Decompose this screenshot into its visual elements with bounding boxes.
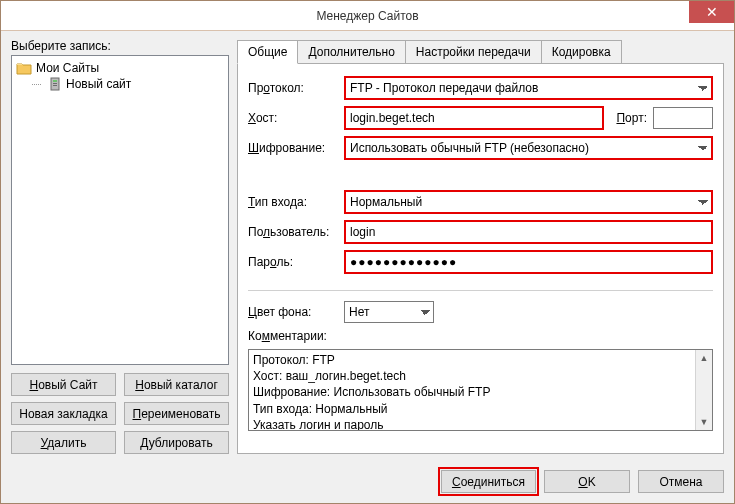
user-label: Пользователь:: [248, 225, 338, 239]
row-logon: Тип входа: Нормальный: [248, 190, 713, 214]
footer: Соединиться OK Отмена: [1, 460, 734, 503]
comments-textarea[interactable]: Протокол: FTP Хост: ваш_логин.beget.tech…: [248, 349, 713, 431]
encryption-highlight: Использовать обычный FTP (небезопасно): [344, 136, 713, 160]
tab-general[interactable]: Общие: [237, 40, 298, 64]
cancel-button[interactable]: Отмена: [638, 470, 724, 493]
logon-select[interactable]: Нормальный: [346, 192, 711, 212]
connect-button[interactable]: Соединиться: [441, 470, 536, 493]
protocol-select[interactable]: FTP - Протокол передачи файлов: [346, 78, 711, 98]
window-title: Менеджер Сайтов: [316, 9, 418, 23]
tab-panel-general: Протокол: FTP - Протокол передачи файлов…: [237, 63, 724, 454]
comments-line: Шифрование: Использовать обычный FTP: [253, 384, 708, 400]
row-host: Хост: Порт:: [248, 106, 713, 130]
close-button[interactable]: ✕: [689, 1, 734, 23]
new-folder-button[interactable]: Новый каталог: [124, 373, 229, 396]
pass-label: Пароль:: [248, 255, 338, 269]
right-pane: Общие Дополнительно Настройки передачи К…: [237, 39, 724, 454]
pass-input[interactable]: [346, 252, 711, 272]
bgcolor-select[interactable]: Нет: [344, 301, 434, 323]
tree-child[interactable]: Новый сайт: [14, 76, 226, 92]
encryption-select[interactable]: Использовать обычный FTP (небезопасно): [346, 138, 711, 158]
rename-button[interactable]: Переименовать: [124, 402, 229, 425]
new-bookmark-button[interactable]: Новая закладка: [11, 402, 116, 425]
protocol-label: Протокол:: [248, 81, 338, 95]
host-input[interactable]: [346, 108, 602, 128]
row-bgcolor: Цвет фона: Нет: [248, 301, 713, 323]
comments-line: Тип входа: Нормальный: [253, 401, 708, 417]
row-pass: Пароль:: [248, 250, 713, 274]
row-user: Пользователь:: [248, 220, 713, 244]
site-manager-window: Менеджер Сайтов ✕ Выберите запись: Мои С…: [0, 0, 735, 504]
svg-rect-1: [53, 80, 57, 82]
row-encryption: Шифрование: Использовать обычный FTP (не…: [248, 136, 713, 160]
window-body: Выберите запись: Мои Сайты Новый сайт Но…: [1, 31, 734, 460]
logon-highlight: Нормальный: [344, 190, 713, 214]
comments-line: Хост: ваш_логин.beget.tech: [253, 368, 708, 384]
encryption-label: Шифрование:: [248, 141, 338, 155]
tabs: Общие Дополнительно Настройки передачи К…: [237, 40, 724, 64]
tab-transfer[interactable]: Настройки передачи: [405, 40, 542, 63]
new-site-button[interactable]: Новый Сайт: [11, 373, 116, 396]
host-label: Хост:: [248, 111, 338, 125]
svg-rect-2: [53, 83, 57, 84]
server-icon: [48, 77, 62, 91]
user-highlight: [344, 220, 713, 244]
select-entry-label: Выберите запись:: [11, 39, 229, 53]
delete-button[interactable]: Удалить: [11, 431, 116, 454]
port-label: Порт:: [616, 111, 647, 125]
tree-root-label: Мои Сайты: [36, 61, 99, 75]
svg-rect-3: [53, 85, 57, 86]
left-buttons: Новый Сайт Новый каталог Новая закладка …: [11, 373, 229, 454]
site-tree[interactable]: Мои Сайты Новый сайт: [11, 55, 229, 365]
row-protocol: Протокол: FTP - Протокол передачи файлов: [248, 76, 713, 100]
separator: [248, 290, 713, 291]
scrollbar[interactable]: ▲ ▼: [695, 350, 712, 430]
bgcolor-label: Цвет фона:: [248, 305, 338, 319]
comments-label: Комментарии:: [248, 329, 713, 343]
tab-advanced[interactable]: Дополнительно: [297, 40, 405, 63]
titlebar: Менеджер Сайтов ✕: [1, 1, 734, 31]
comments-line: Протокол: FTP: [253, 352, 708, 368]
duplicate-button[interactable]: Дублировать: [124, 431, 229, 454]
pass-highlight: [344, 250, 713, 274]
comments-line: Указать логин и пароль: [253, 417, 708, 431]
spacer: [248, 166, 713, 184]
port-input[interactable]: [653, 107, 713, 129]
ok-button[interactable]: OK: [544, 470, 630, 493]
logon-label: Тип входа:: [248, 195, 338, 209]
folder-icon: [16, 61, 32, 75]
user-input[interactable]: [346, 222, 711, 242]
tree-child-label: Новый сайт: [66, 77, 131, 91]
protocol-highlight: FTP - Протокол передачи файлов: [344, 76, 713, 100]
close-icon: ✕: [706, 5, 718, 19]
tab-charset[interactable]: Кодировка: [541, 40, 622, 63]
chevron-up-icon: ▲: [700, 352, 709, 364]
host-highlight: [344, 106, 604, 130]
left-pane: Выберите запись: Мои Сайты Новый сайт Но…: [11, 39, 229, 454]
chevron-down-icon: ▼: [700, 416, 709, 428]
tree-root[interactable]: Мои Сайты: [14, 60, 226, 76]
